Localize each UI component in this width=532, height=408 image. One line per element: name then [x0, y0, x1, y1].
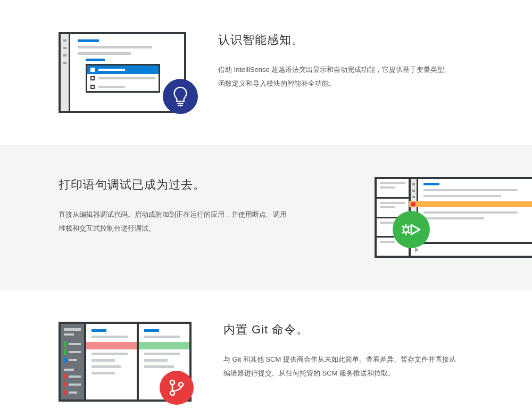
debug-text: 打印语句调试已成为过去。 直接从编辑器调试代码。启动或附加到正在运行的应用，并使…: [59, 177, 343, 235]
intellisense-text: 认识智能感知。 借助 IntelliSense 超越语法突出显示和自动完成功能，…: [218, 32, 479, 91]
git-text: 内置 Git 命令。 与 Git 和其他 SCM 提供商合作从未如此简单。查看差…: [223, 322, 479, 380]
svg-line-7: [408, 226, 410, 227]
git-heading: 内置 Git 命令。: [223, 322, 479, 338]
debug-body: 直接从编辑器调试代码。启动或附加到正在运行的应用，并使用断点、调用堆栈和交互式控…: [59, 208, 293, 235]
chevron-right-icon: [415, 247, 419, 252]
lightbulb-icon: [163, 79, 198, 114]
debug-heading: 打印语句调试已成为过去。: [59, 177, 343, 193]
intellisense-illustration: [59, 32, 186, 113]
svg-line-4: [402, 232, 404, 233]
svg-line-8: [408, 232, 410, 233]
debug-illustration: [375, 177, 532, 258]
git-branch-icon: [160, 371, 194, 405]
intellisense-body: 借助 IntelliSense 超越语法突出显示和自动完成功能，它提供基于变量类…: [218, 63, 452, 91]
svg-point-11: [179, 382, 183, 387]
svg-line-3: [402, 226, 404, 227]
git-body: 与 Git 和其他 SCM 提供商合作从未如此简单。查看差异、暂存文件并直接从编…: [223, 353, 458, 380]
intellisense-section: 认识智能感知。 借助 IntelliSense 超越语法突出显示和自动完成功能，…: [0, 0, 532, 145]
svg-point-9: [170, 380, 174, 385]
git-section: 内置 Git 命令。 与 Git 和其他 SCM 提供商合作从未如此简单。查看差…: [0, 290, 532, 408]
svg-point-2: [403, 227, 409, 232]
debug-play-icon: [393, 211, 430, 248]
debug-section: 打印语句调试已成为过去。 直接从编辑器调试代码。启动或附加到正在运行的应用，并使…: [0, 145, 532, 290]
intellisense-heading: 认识智能感知。: [218, 32, 479, 48]
git-illustration: [59, 322, 192, 402]
